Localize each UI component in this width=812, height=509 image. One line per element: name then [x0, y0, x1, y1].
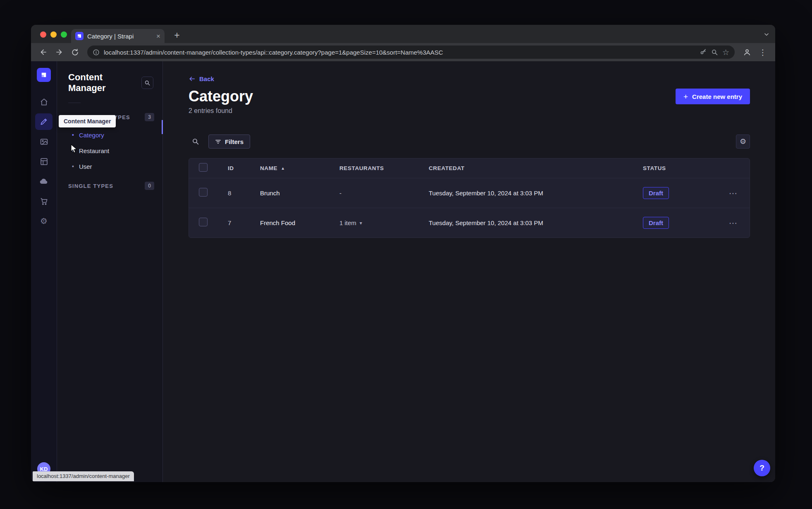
- status-badge: Draft: [643, 187, 669, 199]
- strapi-logo-icon[interactable]: [37, 68, 51, 82]
- entries-count: 2 entries found: [189, 107, 750, 115]
- row-checkbox[interactable]: [199, 188, 208, 197]
- browser-tab[interactable]: Category | Strapi ×: [71, 29, 165, 43]
- address-bar[interactable]: localhost:1337/admin/content-manager/col…: [87, 46, 735, 59]
- table-row-brunch[interactable]: 8 Brunch - Tuesday, September 10, 2024 a…: [189, 178, 750, 208]
- restaurants-count-label: 1 item: [339, 219, 356, 226]
- column-header-createdat[interactable]: CREATEDAT: [429, 165, 643, 171]
- subnav-search-icon[interactable]: [141, 77, 154, 89]
- column-header-status[interactable]: STATUS: [643, 165, 716, 171]
- sidebar-item-home[interactable]: [35, 94, 53, 110]
- entries-table: ID NAME ▲ RESTAURANTS CREATEDAT STATUS: [189, 158, 750, 238]
- main-navigation-rail: ⚙ KD: [31, 61, 57, 482]
- single-types-section: SINGLE TYPES 0: [57, 182, 162, 190]
- bullet-icon: •: [72, 148, 74, 154]
- cell-id: 7: [228, 219, 260, 226]
- content-manager-tooltip: Content Manager: [59, 115, 116, 127]
- caret-down-icon[interactable]: ▾: [360, 220, 362, 226]
- sidebar-item-content-manager[interactable]: [35, 113, 53, 130]
- new-tab-button[interactable]: +: [171, 29, 183, 41]
- page-info-icon[interactable]: [93, 49, 100, 56]
- main-content: Back Category + Create new entry 2 entri…: [163, 61, 775, 482]
- create-new-entry-button[interactable]: + Create new entry: [676, 89, 750, 104]
- sort-ascending-icon[interactable]: ▲: [281, 166, 285, 170]
- strapi-app: ⚙ KD Content Manager COLLECTION TYPES 3: [31, 61, 775, 482]
- plus-icon: +: [683, 93, 688, 101]
- subnav-title: Content Manager: [68, 72, 141, 94]
- bullet-icon: •: [72, 163, 74, 169]
- arrow-left-icon: [189, 75, 196, 82]
- cell-restaurants: 1 item ▾: [339, 219, 429, 226]
- select-all-checkbox[interactable]: [199, 163, 208, 172]
- single-types-label: SINGLE TYPES: [68, 183, 113, 189]
- tab-search-chevron-icon[interactable]: [762, 30, 771, 39]
- content-manager-subnav: Content Manager COLLECTION TYPES 3 • Cat…: [57, 61, 163, 482]
- browser-toolbar: localhost:1337/admin/content-manager/col…: [31, 43, 775, 61]
- table-header-row: ID NAME ▲ RESTAURANTS CREATEDAT STATUS: [189, 158, 750, 178]
- filters-label: Filters: [225, 138, 244, 145]
- subnav-item-category[interactable]: • Category: [57, 127, 162, 143]
- subnav-item-label: User: [79, 163, 92, 170]
- cell-id: 8: [228, 190, 260, 197]
- view-settings-gear-icon[interactable]: ⚙: [736, 134, 750, 149]
- filter-icon: [215, 139, 221, 145]
- bookmark-star-icon[interactable]: ☆: [722, 48, 729, 56]
- row-checkbox[interactable]: [199, 218, 208, 226]
- window-minimize-button[interactable]: [50, 31, 57, 38]
- browser-window: Category | Strapi × + local: [31, 25, 775, 482]
- sidebar-item-cloud[interactable]: [35, 173, 53, 190]
- row-actions-icon[interactable]: ⋯: [716, 218, 750, 228]
- cell-createdat: Tuesday, September 10, 2024 at 3:03 PM: [429, 190, 643, 197]
- window-zoom-button[interactable]: [61, 31, 67, 38]
- cell-name: French Food: [260, 219, 339, 226]
- column-header-id[interactable]: ID: [228, 165, 260, 171]
- sidebar-item-content-type-builder[interactable]: [35, 153, 53, 170]
- column-header-name-label: NAME: [260, 165, 277, 171]
- url-text: localhost:1337/admin/content-manager/col…: [104, 49, 695, 56]
- collection-types-count-badge: 3: [145, 113, 154, 121]
- subnav-item-restaurant[interactable]: • Restaurant: [57, 143, 162, 158]
- single-types-count-badge: 0: [145, 182, 154, 190]
- sidebar-item-media-library[interactable]: [35, 133, 53, 150]
- browser-tab-strip: Category | Strapi × +: [31, 25, 775, 43]
- divider: [68, 103, 81, 103]
- filters-button[interactable]: Filters: [208, 134, 250, 149]
- zoom-icon[interactable]: [711, 49, 718, 56]
- strapi-favicon-icon: [75, 32, 84, 40]
- status-badge: Draft: [643, 217, 669, 229]
- window-controls: [40, 31, 67, 38]
- password-key-icon[interactable]: [700, 48, 707, 56]
- sidebar-item-marketplace[interactable]: [35, 193, 53, 209]
- tab-close-icon[interactable]: ×: [156, 33, 160, 40]
- row-actions-icon[interactable]: ⋯: [716, 188, 750, 198]
- subnav-item-label: Category: [79, 132, 104, 139]
- subnav-item-label: Restaurant: [79, 147, 109, 154]
- search-icon[interactable]: [189, 134, 203, 149]
- browser-forward-icon[interactable]: [53, 46, 66, 59]
- table-row-french-food[interactable]: 7 French Food 1 item ▾ Tuesday, Septembe…: [189, 208, 750, 238]
- sidebar-item-settings-gear-icon[interactable]: ⚙: [35, 213, 53, 229]
- window-close-button[interactable]: [40, 31, 46, 38]
- column-header-restaurants[interactable]: RESTAURANTS: [339, 165, 429, 171]
- back-label: Back: [199, 75, 214, 82]
- cell-createdat: Tuesday, September 10, 2024 at 3:03 PM: [429, 219, 643, 226]
- tab-title: Category | Strapi: [87, 33, 153, 40]
- browser-menu-icon[interactable]: ⋮: [756, 46, 769, 59]
- status-bar-url: localhost:1337/admin/content-manager: [33, 471, 134, 481]
- cell-name: Brunch: [260, 190, 339, 197]
- browser-reload-icon[interactable]: [68, 46, 81, 59]
- page-title: Category: [189, 87, 253, 106]
- subnav-item-user[interactable]: • User: [57, 158, 162, 174]
- help-button[interactable]: ?: [754, 460, 770, 476]
- create-button-label: Create new entry: [692, 93, 742, 100]
- browser-back-icon[interactable]: [37, 46, 50, 59]
- column-header-name[interactable]: NAME ▲: [260, 165, 339, 171]
- back-link[interactable]: Back: [189, 75, 214, 82]
- collection-types-list: • Category • Restaurant • User: [57, 127, 162, 174]
- cell-restaurants: -: [339, 190, 429, 197]
- bullet-icon: •: [72, 132, 74, 138]
- profile-icon[interactable]: [740, 46, 754, 59]
